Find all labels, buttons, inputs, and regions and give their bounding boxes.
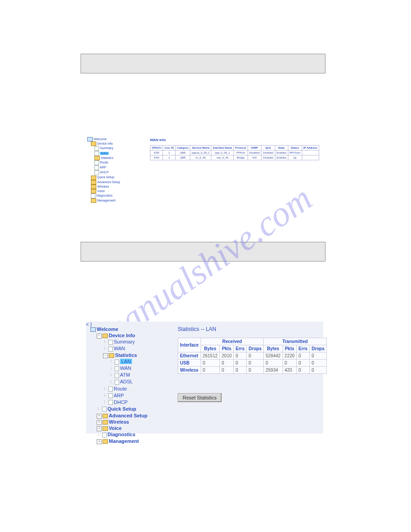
nav-tree-lan: Welcome −Device Info └Summary └WAN −Stat… [90, 326, 171, 444]
page-icon [102, 433, 107, 438]
tree-voice[interactable]: Voice [87, 189, 141, 193]
col-bytes: Bytes [201, 345, 219, 352]
table-row: 5/40 1 UBR br_5_40 nas_5_40 Bridge N/A D… [150, 155, 319, 160]
tree-atm[interactable]: └ATM [90, 372, 171, 378]
tree-arp[interactable]: └ARP [90, 392, 171, 399]
tree-label: DHCP [114, 399, 128, 405]
cell: 0 [220, 367, 234, 374]
tree-label: Diagnostics [96, 194, 112, 197]
tree-wireless[interactable]: +Wireless [90, 419, 171, 425]
collapse-icon[interactable]: − [103, 353, 108, 358]
cell: 0 [234, 367, 247, 374]
tree-line: └ [103, 339, 108, 345]
tree-adsl[interactable]: └ADSL [90, 378, 171, 385]
tree-route[interactable]: Route [87, 160, 141, 165]
tree-statistics[interactable]: Statistics [87, 156, 141, 160]
folder-icon [103, 439, 108, 444]
cell [302, 155, 319, 160]
cell: 0 [309, 360, 326, 367]
reset-statistics-button[interactable]: Reset Statistics [178, 393, 222, 402]
tree-route[interactable]: └Route [90, 386, 171, 392]
tree-advanced-setup[interactable]: +Advanced Setup [90, 412, 171, 419]
tree-dhcp[interactable]: DHCP [87, 170, 141, 175]
nav-tree-wan: Welcome Device Info Summary WAN Statisti… [87, 137, 141, 203]
tree-line: └ [103, 399, 108, 406]
tree-wan[interactable]: └WAN [90, 345, 171, 352]
cell-iface: USB [178, 360, 201, 367]
collapse-icon[interactable]: − [97, 334, 102, 339]
tree-management[interactable]: Management [87, 198, 141, 203]
tree-label: Welcome [94, 137, 107, 141]
tree-label: ATM [120, 372, 130, 378]
monitor-icon [90, 327, 96, 332]
folder-icon [103, 334, 108, 338]
tree-arp[interactable]: ARP [87, 165, 141, 170]
gray-banner-2 [81, 242, 325, 262]
tree-line: └ [103, 393, 108, 399]
page-icon [91, 193, 95, 198]
folder-icon [103, 426, 108, 431]
cell: 0 [309, 367, 326, 374]
folder-icon [91, 142, 96, 146]
col-pkts: Pkts [220, 345, 234, 352]
cell: Bridge [234, 155, 248, 160]
tree-wan[interactable]: WAN [87, 151, 141, 156]
folder-icon [91, 189, 96, 193]
tree-label: ARP [100, 166, 106, 169]
tree-voice[interactable]: +Voice [90, 425, 171, 431]
tree-advanced-setup[interactable]: Advanced Setup [87, 180, 141, 184]
cell: 5/40 [150, 155, 163, 160]
tree-diagnostics[interactable]: Diagnostics [87, 193, 141, 198]
expand-icon[interactable]: + [97, 426, 102, 431]
cell: 0 [201, 360, 219, 367]
tree-wireless[interactable]: Wireless [87, 184, 141, 189]
col-qos: QoS [261, 146, 275, 150]
tree-summary[interactable]: └Summary [90, 339, 171, 345]
page-icon [94, 165, 99, 170]
tree-label: Route [100, 161, 108, 164]
tree-lan[interactable]: └LAN [90, 358, 171, 365]
tree-welcome[interactable]: Welcome [90, 326, 171, 332]
cell-iface: Wireless [178, 367, 201, 374]
tree-dhcp[interactable]: └DHCP [90, 399, 171, 406]
stats-lan-screenshot: Welcome −Device Info └Summary └WAN −Stat… [86, 322, 323, 433]
folder-icon [109, 353, 114, 358]
page-icon [108, 393, 113, 398]
tree-summary[interactable]: Summary [87, 146, 141, 151]
tree-stat-wan[interactable]: └WAN [90, 365, 171, 372]
col-vpivci: VPI/VCI [150, 146, 163, 150]
col-errs: Errs [234, 345, 247, 352]
expand-icon[interactable]: + [97, 414, 102, 419]
tree-statistics[interactable]: −Statistics [90, 352, 171, 358]
tree-device-info[interactable]: −Device Info [90, 332, 171, 339]
tree-line: └ [97, 406, 102, 412]
cell: 0 [296, 367, 309, 374]
stats-title: Statistics -- LAN [178, 326, 216, 332]
tree-quick-setup[interactable]: └Quick Setup [90, 406, 171, 412]
expand-icon[interactable]: + [97, 439, 102, 444]
tree-line: └ [103, 346, 108, 352]
cell [302, 150, 319, 155]
page-icon [94, 146, 99, 151]
tree-management[interactable]: +Management [90, 438, 171, 444]
page-icon [108, 340, 113, 345]
tree-label: Advanced Setup [97, 180, 120, 184]
cell: PPP Down [288, 150, 302, 155]
col-bytes: Bytes [264, 345, 283, 352]
expand-icon[interactable]: + [97, 420, 102, 425]
tree-diagnostics[interactable]: └Diagnostics [90, 431, 171, 438]
col-pkts: Pkts [283, 345, 296, 352]
table-row: USB 0 0 0 0 0 0 0 0 [178, 360, 327, 367]
tree-device-info[interactable]: Device Info [87, 142, 141, 146]
cell: 420 [283, 367, 296, 374]
page-icon [108, 386, 113, 391]
tree-line: └ [103, 386, 108, 392]
table-row: Ethernet 261512 2010 0 0 528442 2220 0 0 [178, 352, 327, 360]
folder-icon [91, 180, 96, 184]
page-icon [94, 160, 99, 165]
tree-quick-setup[interactable]: Quick Setup [87, 175, 141, 180]
tree-label: Summary [114, 339, 135, 344]
folder-icon [91, 198, 96, 203]
tree-welcome[interactable]: Welcome [87, 137, 141, 142]
cell: 0/35 [150, 150, 163, 155]
